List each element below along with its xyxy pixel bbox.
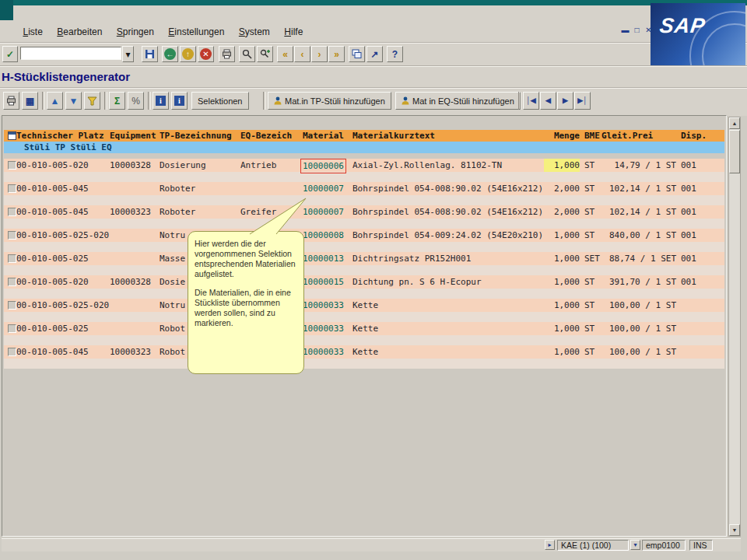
scroll-down-button[interactable]: ▼ (729, 524, 740, 536)
detail-info-button-1[interactable]: i (153, 92, 169, 110)
status-bar: ▸ KAE (1) (100) ▾ emp0100 INS (2, 538, 741, 551)
restore-icon[interactable]: □ (632, 26, 642, 34)
col-technischer-platz[interactable]: Technischer Platz (16, 130, 104, 142)
prev-page-icon: ‹ (301, 50, 304, 59)
sort-ascending-button[interactable]: ▲ (47, 92, 63, 110)
col-bme[interactable]: BME (584, 130, 600, 142)
status-list-icon: ▸ (548, 541, 551, 548)
toolbar-separator (42, 92, 45, 110)
table-row[interactable]: 00-010-005-020 10000328 Dosie 10000015 D… (4, 275, 724, 299)
table-row[interactable]: 00-010-005-025 Masse 10000013 Dichtrings… (4, 252, 724, 275)
menu-bearbeiten[interactable]: Bearbeiten (51, 24, 107, 40)
sort-descending-button[interactable]: ▼ (65, 92, 82, 110)
toolbar-separator (148, 92, 151, 110)
info-icon: i (174, 96, 184, 106)
enter-button[interactable]: ✓ (2, 46, 18, 62)
selected-material-cell[interactable]: 10000006 (300, 159, 346, 173)
new-session-button[interactable] (349, 46, 365, 62)
create-shortcut-button[interactable]: ↗ (366, 46, 383, 62)
search-icon (242, 49, 252, 59)
save-button[interactable] (142, 46, 158, 62)
row-select-checkbox[interactable] (8, 324, 16, 333)
detail-info-button-2[interactable]: i (171, 92, 188, 110)
info-icon: i (156, 96, 166, 106)
vertical-scrollbar[interactable]: ▲ ▼ (728, 117, 741, 537)
scroll-up-button[interactable]: ▲ (729, 117, 740, 129)
col-menge[interactable]: Menge (544, 130, 580, 142)
command-dropdown-button[interactable]: ▾ (122, 46, 134, 62)
print-button[interactable] (219, 46, 235, 62)
table-row[interactable]: 00-010-005-045 10000323 Robot 10000033 K… (4, 345, 724, 369)
standard-toolbar: ✓ ▾ ← ↑ ✕ « ‹ › » ↗ ? (0, 42, 747, 66)
col-gleit-prei[interactable]: Gleit.Prei (601, 130, 653, 142)
first-page-button[interactable]: « (277, 46, 293, 62)
row-select-checkbox[interactable] (8, 231, 16, 240)
prev-page-button[interactable]: ‹ (294, 46, 310, 62)
last-page-button[interactable]: » (328, 46, 345, 62)
mat-tp-hinzufuegen-button[interactable]: Mat.in TP-Stüli hinzufügen (268, 92, 391, 110)
chevron-down-icon: ▾ (125, 50, 130, 59)
table-row[interactable]: 00-010-005-045 10000323 Roboter Greifer … (4, 205, 724, 229)
tooltip-text-2: Die Materialien, die in eine Stückliste … (195, 288, 297, 328)
row-select-checkbox[interactable] (8, 208, 16, 216)
table-row[interactable]: 00-010-005-025-020 Notru 10000008 Bohrsp… (4, 229, 724, 252)
cancel-button[interactable]: ✕ (198, 46, 214, 62)
print-list-button[interactable] (3, 92, 19, 110)
col-equipment[interactable]: Equipment (110, 130, 156, 142)
nav-prev-button[interactable]: ◀ (540, 92, 556, 110)
table-row[interactable]: 00-010-005-020 10000328 Dosierung Antrie… (4, 159, 724, 182)
nav-first-button[interactable]: │◀ (523, 92, 539, 110)
filter-funnel-icon (87, 96, 97, 106)
row-select-checkbox[interactable] (8, 254, 16, 263)
find-next-button[interactable] (257, 46, 273, 62)
find-button[interactable] (239, 46, 255, 62)
col-material[interactable]: Material (303, 130, 344, 142)
status-system-field: KAE (1) (100) (557, 540, 629, 551)
tooltip-text-1: Hier werden die der vorgenommenen Selekt… (195, 239, 297, 279)
scroll-up-icon: ▲ (732, 121, 738, 126)
command-input[interactable] (20, 47, 121, 60)
menu-springen[interactable]: Springen (111, 24, 160, 40)
selektionen-button[interactable]: Selektionen (191, 92, 249, 110)
table-row[interactable]: 00-010-005-025-020 Notru 10000033 Kette … (4, 299, 724, 322)
menu-hilfe[interactable]: Hilfe (279, 24, 308, 40)
nav-next-button[interactable]: ▶ (557, 92, 573, 110)
menu-bar: Liste Bearbeiten Springen Einstellungen … (0, 5, 747, 42)
row-select-checkbox[interactable] (8, 161, 16, 170)
exit-button[interactable]: ↑ (180, 46, 196, 62)
next-page-button[interactable]: › (311, 46, 328, 62)
spreadsheet-button[interactable]: ▦ (22, 92, 38, 110)
minimize-icon[interactable]: ▬ (620, 26, 630, 34)
subtotal-button[interactable]: % (128, 92, 144, 110)
new-session-icon (352, 49, 362, 59)
table-settings-icon[interactable] (8, 131, 16, 140)
col-eq-bezeich[interactable]: EQ-Bezeich (240, 130, 292, 142)
filter-button[interactable] (84, 92, 100, 110)
row-select-checkbox[interactable] (8, 348, 16, 356)
col-disp[interactable]: Disp. (681, 130, 707, 142)
menge-input-cell[interactable]: 1,000 (544, 159, 580, 172)
row-select-checkbox[interactable] (8, 278, 16, 286)
status-messages-button[interactable]: ▸ (545, 540, 555, 550)
help-button[interactable]: ? (387, 46, 403, 62)
menu-liste[interactable]: Liste (17, 24, 47, 40)
nav-first-icon: │◀ (526, 97, 536, 104)
scroll-down-icon: ▼ (732, 527, 738, 533)
row-select-checkbox[interactable] (8, 184, 16, 193)
sum-button[interactable]: Σ (109, 92, 125, 110)
scrollbar-thumb[interactable] (729, 130, 740, 173)
nav-last-button[interactable]: ▶│ (574, 92, 591, 110)
col-tp-bezeichnung[interactable]: TP-Bezeichnung (160, 130, 232, 142)
row-select-checkbox[interactable] (8, 301, 16, 310)
table-row[interactable]: 00-010-005-025 Robot 10000033 Kette 1,00… (4, 322, 724, 345)
mat-eq-hinzufuegen-button[interactable]: Mat in EQ-Stüli hinzufügen (395, 92, 521, 110)
menu-einstellungen[interactable]: Einstellungen (163, 24, 230, 40)
back-button[interactable]: ← (162, 46, 178, 62)
next-page-icon: › (318, 50, 321, 59)
tooltip-bubble: Hier werden die der vorgenommenen Selekt… (188, 231, 304, 374)
menu-system[interactable]: System (233, 24, 275, 40)
chevron-down-icon: ▾ (633, 541, 637, 548)
table-row[interactable]: 00-010-005-045 Roboter 10000007 Bohrspin… (4, 182, 724, 205)
col-materialkurztext[interactable]: Materialkurztext (352, 130, 435, 142)
session-dropdown-button[interactable]: ▾ (630, 540, 640, 550)
